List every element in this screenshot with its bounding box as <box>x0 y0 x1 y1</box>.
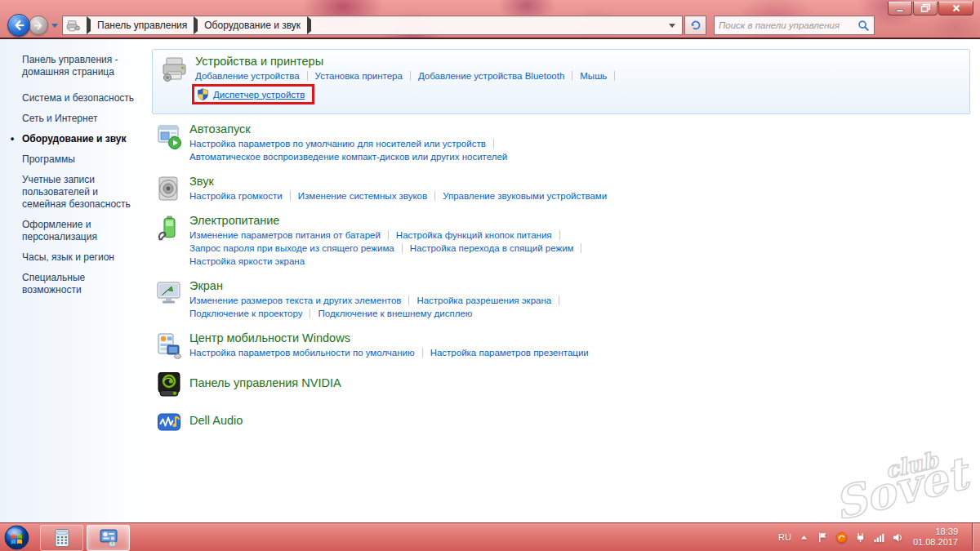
system-tray: RU 18:39 01.08.2017 <box>778 523 980 551</box>
task-link[interactable]: Изменение размеров текста и других элеме… <box>189 295 401 305</box>
sidebar-item-4[interactable]: Программы <box>0 149 145 170</box>
breadcrumb-arrow-icon <box>194 16 198 34</box>
control-panel-icon <box>98 527 119 549</box>
link-separator <box>408 295 409 305</box>
sidebar-item-2[interactable]: Сеть и Интернет <box>0 109 145 129</box>
task-link[interactable]: Управление звуковыми устройствами <box>443 191 607 201</box>
task-link[interactable]: Настройка функций кнопок питания <box>396 230 552 240</box>
uac-shield-icon <box>197 88 209 100</box>
taskbar: RU 18:39 01.08.2017 <box>0 522 980 551</box>
avast-icon[interactable] <box>835 531 848 544</box>
section-title-devices-printers[interactable]: Устройства и принтеры <box>195 55 323 68</box>
task-links-row: Автоматическое воспроизведение компакт-д… <box>189 152 507 162</box>
sidebar-item-6[interactable]: Оформление и персонализация <box>0 215 145 247</box>
task-link[interactable]: Настройка громкости <box>189 191 283 201</box>
power-plug-icon[interactable] <box>854 531 866 544</box>
watermark-line1: club <box>844 445 980 487</box>
breadcrumb-arrow-icon <box>87 16 91 34</box>
section-title-power[interactable]: Электропитание <box>189 214 279 227</box>
link-separator <box>434 191 435 201</box>
volume-icon[interactable] <box>892 531 904 544</box>
section-display: ЭкранИзменение размеров текста и других … <box>152 278 972 322</box>
task-link[interactable]: Настройка перехода в спящий режим <box>410 243 574 253</box>
section-title-mobility-center[interactable]: Центр мобильности Windows <box>189 331 350 344</box>
task-links-row: Подключение к проекторуПодключение к вне… <box>189 309 567 318</box>
sidebar-item-8[interactable]: Специальные возможности <box>0 268 145 300</box>
task-link[interactable]: Изменение системных звуков <box>298 191 427 201</box>
task-link[interactable]: Добавление устройства Bluetooth <box>418 71 564 81</box>
search-input[interactable] <box>719 20 858 30</box>
task-links-row: Диспетчер устройств <box>195 84 622 104</box>
language-indicator[interactable]: RU <box>778 532 791 542</box>
navigation-bar: Панель управленияОборудование и звук <box>0 13 980 38</box>
taskbar-app-calculator[interactable] <box>40 525 83 551</box>
hidden-icons-caret[interactable] <box>798 531 810 544</box>
back-button[interactable] <box>7 14 30 37</box>
task-link[interactable]: Установка принтера <box>315 71 403 81</box>
section-sound: ЗвукНастройка громкостиИзменение системн… <box>152 174 972 204</box>
task-link[interactable]: Добавление устройства <box>195 71 300 81</box>
section-autoplay: АвтозапускНастройка параметров по умолча… <box>152 122 972 165</box>
task-link[interactable]: Настройка параметров презентации <box>430 348 589 358</box>
task-link[interactable]: Запрос пароля при выходе из спящего режи… <box>189 243 394 253</box>
address-bar[interactable]: Панель управленияОборудование и звук <box>62 16 683 35</box>
device-manager-link[interactable]: Диспетчер устройств <box>213 90 305 100</box>
search-icon[interactable] <box>858 20 870 32</box>
link-separator <box>572 71 572 81</box>
task-link[interactable]: Настройка параметров по умолчанию для но… <box>189 139 486 149</box>
sound-icon <box>155 175 183 202</box>
task-link[interactable]: Изменение параметров питания от батарей <box>189 230 381 240</box>
calculator-icon <box>51 527 73 549</box>
section-title-display[interactable]: Экран <box>189 279 223 292</box>
taskbar-clock[interactable]: 18:39 01.08.2017 <box>913 527 958 548</box>
red-highlight-box: Диспетчер устройств <box>192 84 314 104</box>
sidebar-item-3[interactable]: Оборудование и звук <box>0 129 145 149</box>
refresh-button[interactable] <box>684 16 706 35</box>
sidebar-item-7[interactable]: Часы, язык и регион <box>0 247 145 268</box>
link-separator <box>581 243 581 253</box>
section-title-dell-audio[interactable]: Dell Audio <box>189 414 243 427</box>
task-link[interactable]: Подключение к проектору <box>189 309 302 318</box>
task-link[interactable]: Настройка разрешения экрана <box>416 295 551 305</box>
section-mobility-center: Центр мобильности WindowsНастройка парам… <box>152 331 972 361</box>
start-button[interactable] <box>4 525 29 550</box>
network-signal-icon[interactable] <box>873 531 885 544</box>
breadcrumb-item[interactable]: Оборудование и звук <box>204 20 301 31</box>
forward-button[interactable] <box>29 16 48 35</box>
sidebar-item-home[interactable]: Панель управления - домашняя страница <box>0 50 145 82</box>
task-link[interactable]: Подключение к внешнему дисплею <box>318 309 472 318</box>
nvidia-icon <box>155 371 183 398</box>
task-link[interactable]: Настройка параметров мобильности по умол… <box>189 348 415 358</box>
section-devices-printers: Устройства и принтерыДобавление устройст… <box>158 54 963 108</box>
action-center-flag-icon[interactable] <box>817 531 829 544</box>
breadcrumb-item[interactable]: Панель управления <box>97 20 187 31</box>
sidebar-item-5[interactable]: Учетные записи пользователей и семейная … <box>0 170 145 215</box>
desktop: Панель управленияОборудование и звук Пан… <box>0 0 980 551</box>
taskbar-app-control-panel[interactable] <box>87 525 130 551</box>
section-title-sound[interactable]: Звук <box>189 175 214 188</box>
address-dropdown-caret[interactable] <box>669 24 675 28</box>
task-link[interactable]: Настройка яркости экрана <box>189 256 305 266</box>
watermark: club Sovet <box>829 446 970 518</box>
task-links-row: Настройка параметров мобильности по умол… <box>189 348 589 358</box>
task-link[interactable]: Автоматическое воспроизведение компакт-д… <box>189 152 507 162</box>
section-dell-audio: Dell Audio <box>152 407 972 436</box>
link-separator <box>388 230 389 240</box>
link-separator <box>559 230 560 240</box>
search-box[interactable] <box>714 16 875 35</box>
recent-pages-dropdown[interactable] <box>51 24 58 28</box>
window-title-area: Панель управленияОборудование и звук <box>0 0 980 39</box>
link-separator <box>307 71 308 81</box>
sidebar-item-1[interactable]: Система и безопасность <box>0 88 145 109</box>
show-desktop-button[interactable] <box>972 523 980 551</box>
mobility-icon <box>155 331 183 359</box>
section-title-nvidia[interactable]: Панель управления NVIDIA <box>189 376 341 389</box>
forward-arrow-icon <box>33 20 45 32</box>
section-nvidia: Панель управления NVIDIA <box>152 370 972 398</box>
display-icon <box>155 279 183 307</box>
task-links-row: Изменение размеров текста и других элеме… <box>189 295 567 305</box>
task-link[interactable]: Мышь <box>580 71 607 81</box>
section-power: ЭлектропитаниеИзменение параметров питан… <box>152 213 972 269</box>
link-separator <box>493 139 494 149</box>
section-title-autoplay[interactable]: Автозапуск <box>189 122 251 136</box>
